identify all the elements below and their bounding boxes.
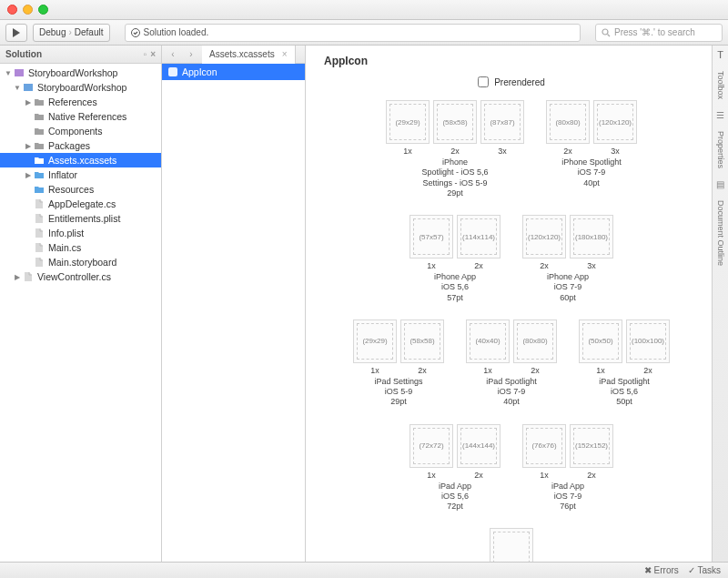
image-well[interactable]: (58x58) bbox=[400, 319, 444, 363]
tree-item[interactable]: ▼StoryboardWorkshop bbox=[0, 80, 161, 95]
icon-group: (50x50)1x(100x100)2xiPad SpotlightiOS 5,… bbox=[579, 319, 670, 408]
image-well[interactable]: (120x120) bbox=[522, 215, 566, 259]
tree-item-icon bbox=[33, 125, 46, 137]
pad-options-icon[interactable]: ▫ bbox=[144, 49, 147, 59]
close-tab-icon[interactable]: × bbox=[282, 49, 288, 59]
slot-scale-label: 2x bbox=[570, 471, 613, 480]
tree-item[interactable]: Native References bbox=[0, 109, 161, 124]
properties-tab[interactable]: Properties bbox=[716, 127, 725, 172]
slot-row: (76x76)1x(152x152)2x bbox=[522, 424, 613, 482]
tree-item[interactable]: ▼StoryboardWorkshop bbox=[0, 66, 161, 80]
slot-row: (29x29)1x(58x58)2x bbox=[353, 319, 444, 377]
image-well[interactable]: (57x57) bbox=[410, 215, 453, 259]
tree-item-icon bbox=[33, 168, 46, 181]
slot-size-label: (76x76) bbox=[531, 441, 556, 450]
tree-item-label: References bbox=[48, 96, 97, 107]
tree-item[interactable]: Entitlements.plist bbox=[0, 211, 161, 226]
slot-cell: (87x87)3x bbox=[480, 100, 524, 157]
tree-item[interactable]: ▶References bbox=[0, 95, 161, 109]
close-window-button[interactable] bbox=[7, 5, 17, 15]
icon-group: (76x76)1x(152x152)2xiPad AppiOS 7-976pt bbox=[522, 424, 613, 512]
image-well[interactable]: (144x144) bbox=[457, 424, 500, 468]
toolbox-tab[interactable]: Toolbox bbox=[716, 67, 725, 103]
search-input[interactable]: Press '⌘.' to search bbox=[595, 24, 723, 42]
slot-scale-label: 1x bbox=[386, 147, 430, 156]
image-well[interactable] bbox=[490, 528, 533, 562]
image-well[interactable]: (114x114) bbox=[457, 215, 500, 259]
image-well[interactable]: (80x80) bbox=[546, 100, 590, 144]
properties-glyph-icon: ☰ bbox=[716, 110, 724, 120]
disclosure-arrow-icon[interactable]: ▼ bbox=[4, 69, 13, 77]
slot-size-label: (29x29) bbox=[362, 337, 387, 345]
image-well[interactable]: (76x76) bbox=[522, 424, 566, 468]
icon-group: (40x40)1x(80x80)2xiPad SpotlightiOS 7-94… bbox=[466, 319, 557, 408]
icon-group bbox=[490, 528, 533, 562]
tree-item[interactable]: ▶Inflator bbox=[0, 167, 161, 182]
svg-rect-3 bbox=[15, 69, 24, 76]
prerendered-checkbox[interactable] bbox=[478, 76, 489, 87]
image-well[interactable]: (72x72) bbox=[410, 424, 453, 468]
image-well[interactable]: (80x80) bbox=[513, 319, 557, 363]
image-well[interactable]: (120x120) bbox=[593, 100, 637, 144]
slot-cell: (180x180)3x bbox=[570, 215, 613, 272]
asset-list[interactable]: AppIcon bbox=[162, 64, 305, 562]
errors-pad-button[interactable]: ✖ Errors bbox=[644, 565, 679, 575]
tree-item[interactable]: Info.plist bbox=[0, 226, 161, 240]
image-well[interactable]: (50x50) bbox=[579, 319, 622, 363]
slot-cell bbox=[490, 528, 533, 562]
image-well[interactable]: (100x100) bbox=[626, 319, 670, 363]
document-outline-tab[interactable]: Document Outline bbox=[716, 197, 725, 269]
tree-item-icon bbox=[33, 96, 46, 108]
icon-row: (57x57)1x(114x114)2xiPhone AppiOS 5,657p… bbox=[324, 215, 699, 303]
slot-cell: (76x76)1x bbox=[522, 424, 566, 482]
tree-item[interactable]: ▶Packages bbox=[0, 138, 161, 153]
tree-item[interactable]: Main.storyboard bbox=[0, 255, 161, 269]
editor-tab-label: Assets.xcassets bbox=[209, 49, 275, 59]
disclosure-arrow-icon[interactable]: ▶ bbox=[24, 142, 33, 150]
minimize-window-button[interactable] bbox=[23, 5, 33, 15]
zoom-window-button[interactable] bbox=[38, 5, 48, 15]
slot-scale-label: 1x bbox=[579, 366, 622, 375]
asset-list-item[interactable]: AppIcon bbox=[162, 64, 305, 80]
tree-item[interactable]: ▶ViewController.cs bbox=[0, 269, 161, 284]
editor-tab[interactable]: Assets.xcassets × bbox=[202, 46, 296, 64]
tree-item[interactable]: Components bbox=[0, 124, 161, 138]
image-well[interactable]: (29x29) bbox=[386, 100, 430, 144]
tree-item[interactable]: Resources bbox=[0, 182, 161, 197]
slot-row: (80x80)2x(120x120)3x bbox=[546, 100, 637, 157]
bottom-bar: ✖ Errors ✓ Tasks bbox=[0, 562, 728, 578]
disclosure-arrow-icon[interactable]: ▶ bbox=[24, 98, 33, 106]
pad-close-icon[interactable]: × bbox=[150, 49, 156, 59]
group-label: iPad SpotlightiOS 5,650pt bbox=[579, 377, 670, 408]
slot-cell: (72x72)1x bbox=[410, 424, 453, 482]
slot-cell: (29x29)1x bbox=[386, 100, 430, 157]
solution-tree[interactable]: ▼StoryboardWorkshop▼StoryboardWorkshop▶R… bbox=[0, 64, 161, 562]
image-well[interactable]: (152x152) bbox=[570, 424, 613, 468]
tree-item-label: Main.storyboard bbox=[48, 257, 116, 268]
asset-navigator: ‹ › Assets.xcassets × AppIcon bbox=[162, 46, 306, 562]
image-well[interactable]: (87x87) bbox=[480, 100, 524, 144]
tasks-pad-button[interactable]: ✓ Tasks bbox=[688, 565, 721, 575]
icon-row: (72x72)1x(144x144)2xiPad AppiOS 5,672pt(… bbox=[324, 424, 699, 512]
tree-item-icon bbox=[22, 270, 35, 283]
run-button[interactable] bbox=[5, 24, 27, 42]
tree-item-icon bbox=[33, 198, 46, 210]
tree-item[interactable]: Assets.xcassets bbox=[0, 153, 161, 167]
nav-back-button[interactable]: ‹ bbox=[166, 47, 180, 62]
slot-cell: (80x80)2x bbox=[546, 100, 590, 157]
tree-item-icon bbox=[33, 227, 46, 239]
build-config-label: Debug bbox=[39, 27, 66, 37]
disclosure-arrow-icon[interactable]: ▼ bbox=[13, 84, 22, 92]
image-well[interactable]: (180x180) bbox=[570, 215, 613, 259]
group-label: iPad SettingsiOS 5-929pt bbox=[353, 377, 444, 408]
image-well[interactable]: (40x40) bbox=[466, 319, 510, 363]
disclosure-arrow-icon[interactable]: ▶ bbox=[13, 273, 22, 281]
tree-item[interactable]: AppDelegate.cs bbox=[0, 197, 161, 211]
tree-item[interactable]: Main.cs bbox=[0, 240, 161, 255]
titlebar bbox=[0, 0, 728, 20]
image-well[interactable]: (29x29) bbox=[353, 319, 397, 363]
image-well[interactable]: (58x58) bbox=[433, 100, 477, 144]
nav-forward-button[interactable]: › bbox=[184, 47, 198, 62]
disclosure-arrow-icon[interactable]: ▶ bbox=[24, 171, 33, 179]
build-config-selector[interactable]: Debug›Default bbox=[33, 24, 110, 42]
